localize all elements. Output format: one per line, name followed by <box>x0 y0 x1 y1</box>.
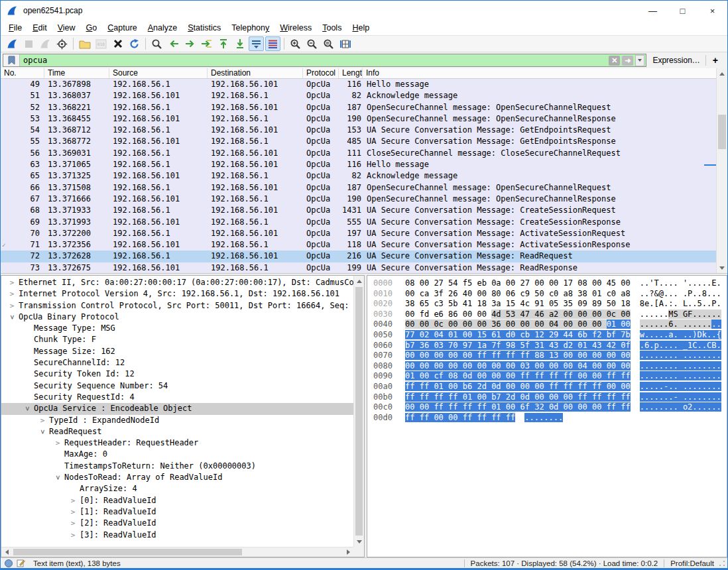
scroll-down-arrow[interactable] <box>717 262 727 273</box>
scrollbar-thumb[interactable] <box>355 287 363 536</box>
go-previous-packet-button[interactable] <box>166 36 181 51</box>
chevron-collapsed-icon[interactable]: > <box>5 300 19 312</box>
filter-clear-button[interactable]: ✕ <box>609 56 620 66</box>
scroll-up-arrow[interactable] <box>717 68 727 79</box>
capture-comment-icon[interactable] <box>17 559 25 567</box>
hex-ascii[interactable]: ........ o2...... <box>640 402 721 413</box>
tree-row[interactable]: >Ethernet II, Src: 0a:00:27:00:00:17 (0a… <box>1 277 353 288</box>
scroll-up-arrow[interactable] <box>354 276 364 286</box>
tree-row[interactable]: >[1]: ReadValueId <box>1 506 353 518</box>
stop-capture-button[interactable] <box>21 36 36 51</box>
restart-capture-button[interactable] <box>38 36 53 51</box>
tree-row[interactable]: Chunk Type: F <box>1 334 353 345</box>
hex-ascii[interactable]: ........ ........ <box>640 371 721 382</box>
zoom-in-button[interactable] <box>288 36 303 51</box>
tree-row[interactable]: SecureChannelId: 12 <box>1 357 353 369</box>
hex-ascii[interactable]: ......6. ........ <box>640 319 721 330</box>
hex-ascii[interactable]: ........ <box>524 413 563 424</box>
go-next-packet-button[interactable] <box>182 36 198 51</box>
packet-row-52[interactable]: 5213.368221192.168.56.1192.168.56.101Opc… <box>1 102 716 113</box>
menu-view[interactable]: View <box>52 22 81 34</box>
column-header-time[interactable]: Time <box>44 68 109 78</box>
column-header-info[interactable]: Info <box>363 68 727 78</box>
menu-file[interactable]: File <box>3 22 27 34</box>
tree-row[interactable]: TimestampsToReturn: Neither (0x00000003) <box>1 461 353 472</box>
packet-row-70[interactable]: 7013.372200192.168.56.1192.168.56.101Opc… <box>1 228 716 239</box>
packet-row-72[interactable]: 7213.372628192.168.56.1192.168.56.101Opc… <box>1 251 716 262</box>
hex-ascii[interactable]: 8e.[A.:. L..5..P. <box>640 299 721 310</box>
hex-bytes[interactable]: 00 00 0c 00 00 00 36 00 00 00 04 00 00 0… <box>405 319 631 330</box>
menu-help[interactable]: Help <box>347 22 375 34</box>
tree-row[interactable]: >RequestHeader: RequestHeader <box>1 437 353 449</box>
scrollbar-thumb[interactable] <box>13 549 242 555</box>
chevron-collapsed-icon[interactable]: > <box>66 518 80 529</box>
hex-bytes[interactable]: ff ff 01 00 b6 2d 0d 00 00 00 ff ff ff f… <box>405 382 631 392</box>
hex-row[interactable]: 002038 65 c3 5b 41 18 3a 15 4c 91 05 35 … <box>373 299 727 310</box>
hex-ascii[interactable]: .6.p.... _1C..CB. <box>640 341 721 351</box>
tree-row[interactable]: MaxAge: 0 <box>1 449 353 460</box>
tree-row[interactable]: Message Size: 162 <box>1 346 353 357</box>
tree-row[interactable]: >ReadRequest <box>1 426 353 437</box>
close-button[interactable]: × <box>698 1 727 21</box>
chevron-expanded-icon[interactable]: > <box>36 426 48 439</box>
hex-bytes[interactable]: 00 00 00 00 00 00 00 00 03 00 00 00 04 0… <box>405 361 631 372</box>
scroll-left-arrow[interactable] <box>1 547 12 557</box>
find-packet-button[interactable] <box>149 36 164 51</box>
menu-wireless[interactable]: Wireless <box>274 22 317 34</box>
chevron-collapsed-icon[interactable]: > <box>66 506 80 518</box>
hex-ascii[interactable]: w.....a. ..)Dk..{ <box>640 330 721 341</box>
hex-bytes[interactable]: ff ff ff ff 01 00 b7 2d 0d 00 00 00 ff f… <box>405 392 631 403</box>
hex-row[interactable]: 00b0ff ff ff ff 01 00 b7 2d 0d 00 00 00 … <box>373 392 727 403</box>
tree-row[interactable]: >[3]: ReadValueId <box>1 530 353 541</box>
column-header-length[interactable]: Length <box>339 68 363 78</box>
hex-row[interactable]: 00d0ff ff 00 00 ff ff ff ff........ <box>373 413 727 424</box>
hex-ascii[interactable]: ......MS GF...... <box>640 310 721 320</box>
tree-row[interactable]: Security Sequence Number: 54 <box>1 380 353 392</box>
hex-bytes[interactable]: 00 ca 3f 26 40 00 80 06 c9 50 c0 a8 38 0… <box>405 289 631 300</box>
packet-row-69[interactable]: 6913.371993192.168.56.101192.168.56.1Opc… <box>1 217 716 228</box>
tree-row[interactable]: >TypeId : ExpandedNodeId <box>1 415 353 426</box>
packet-row-51[interactable]: 5113.368037192.168.56.101192.168.56.1Opc… <box>1 90 716 101</box>
tree-row[interactable]: Security Token Id: 12 <box>1 369 353 380</box>
chevron-expanded-icon[interactable]: > <box>52 471 63 484</box>
start-capture-button[interactable] <box>5 36 20 51</box>
resize-grip[interactable] <box>718 559 726 567</box>
maximize-button[interactable]: □ <box>668 1 698 21</box>
hex-ascii[interactable]: ........ ........ <box>640 351 721 361</box>
colorize-toggle[interactable] <box>265 36 280 51</box>
packet-row-56[interactable]: 5613.369031192.168.56.1192.168.56.101Opc… <box>1 148 716 159</box>
filter-apply-button[interactable]: ➜ <box>622 56 633 66</box>
menu-go[interactable]: Go <box>81 22 103 34</box>
tree-row[interactable]: Message Type: MSG <box>1 323 353 334</box>
auto-scroll-toggle[interactable] <box>249 36 264 51</box>
hex-bytes[interactable]: 00 00 ff ff ff ff 01 00 6f 32 0d 00 00 0… <box>405 402 631 413</box>
packet-row-55[interactable]: 5513.368772192.168.56.101192.168.56.1Opc… <box>1 136 716 147</box>
menu-analyze[interactable]: Analyze <box>143 22 182 34</box>
hex-row[interactable]: 007000 00 00 00 00 ff ff ff ff 88 13 00 … <box>373 351 727 361</box>
expert-info-icon[interactable] <box>5 559 13 567</box>
go-first-packet-button[interactable] <box>215 36 231 51</box>
menu-telephony[interactable]: Telephony <box>226 22 274 34</box>
tree-row[interactable]: Security RequestId: 4 <box>1 392 353 403</box>
chevron-collapsed-icon[interactable]: > <box>5 277 19 288</box>
menu-edit[interactable]: Edit <box>27 22 52 34</box>
go-last-packet-button[interactable] <box>232 36 247 51</box>
tree-row[interactable]: >OpcUa Binary Protocol <box>1 312 353 323</box>
filter-history-dropdown[interactable] <box>635 55 644 66</box>
add-filter-button[interactable]: + <box>706 55 725 66</box>
hex-ascii[interactable]: ..'T.... '.....E. <box>640 278 721 289</box>
zoom-out-button[interactable] <box>304 36 320 51</box>
menu-statistics[interactable]: Statistics <box>182 22 226 34</box>
hex-row[interactable]: 000008 00 27 54 f5 eb 0a 00 27 00 00 17 … <box>373 278 727 289</box>
minimize-button[interactable]: — <box>638 1 668 21</box>
go-to-packet-button[interactable] <box>199 36 214 51</box>
packet-row-67[interactable]: 6713.371666192.168.56.101192.168.56.1Opc… <box>1 194 716 205</box>
save-file-button[interactable]: 010 <box>93 36 109 51</box>
packet-row-65[interactable]: 6513.371325192.168.56.101192.168.56.1Opc… <box>1 170 716 182</box>
expression-button[interactable]: Expression… <box>646 56 705 65</box>
packet-row-73[interactable]: 7313.372675192.168.56.101192.168.56.1Opc… <box>1 262 716 273</box>
packet-row-53[interactable]: 5313.368455192.168.56.101192.168.56.1Opc… <box>1 113 716 125</box>
hex-bytes[interactable]: 01 00 cf 08 0d 00 00 00 ff ff ff ff 00 0… <box>405 371 631 382</box>
chevron-collapsed-icon[interactable]: > <box>36 415 49 426</box>
column-header-no[interactable]: No. <box>1 68 44 78</box>
